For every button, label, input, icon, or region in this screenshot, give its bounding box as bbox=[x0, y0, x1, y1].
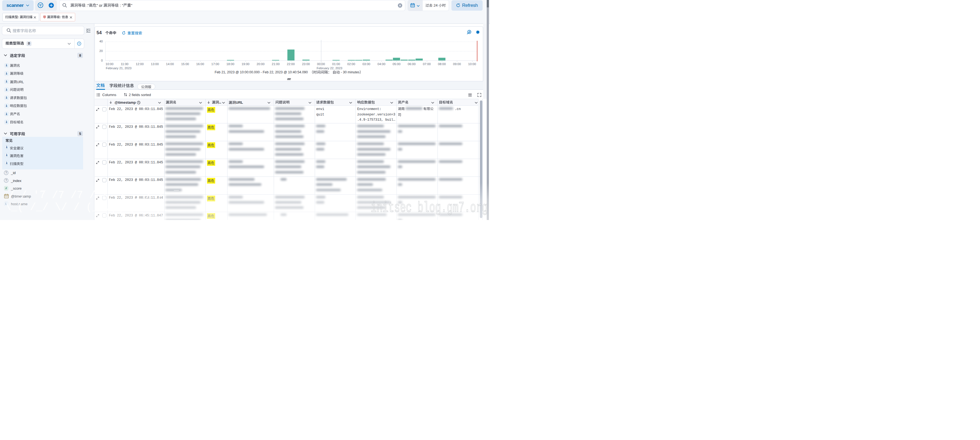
svg-text:?: ? bbox=[5, 171, 7, 174]
svg-text:?: ? bbox=[5, 179, 7, 182]
